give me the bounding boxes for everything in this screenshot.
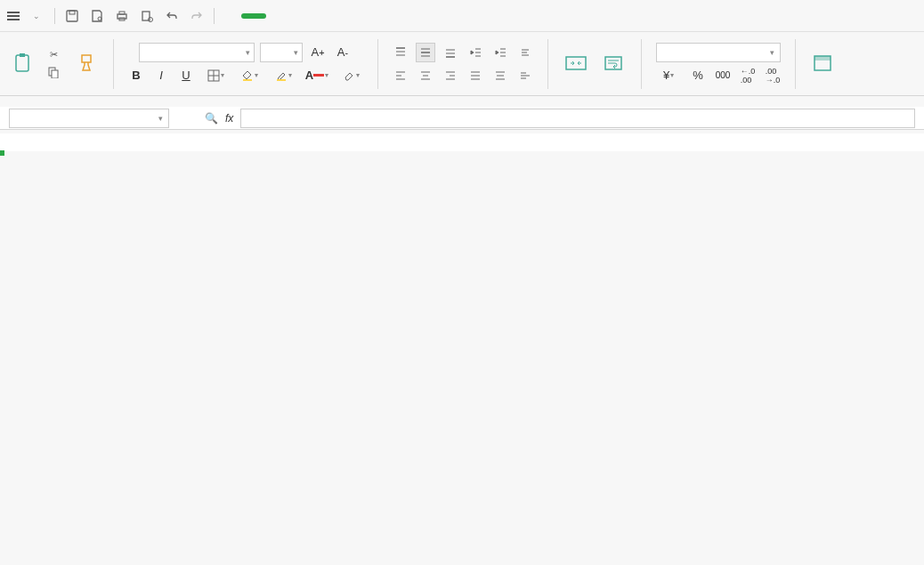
align-left-button[interactable] [391,66,410,85]
cut-button[interactable]: ✂ [47,48,63,61]
svg-rect-4 [119,12,125,14]
percent-button[interactable]: % [688,66,708,85]
align-right-icon [444,69,457,82]
font-name-select[interactable]: ▾ [139,43,255,62]
align-top-icon [394,46,407,59]
fill-icon [241,69,254,82]
svg-rect-12 [82,55,91,62]
svg-rect-9 [20,53,25,57]
currency-button[interactable]: ¥ [654,66,683,85]
svg-rect-16 [243,79,252,81]
merge-icon [564,53,588,73]
separator [377,39,378,89]
print-icon[interactable] [114,8,130,24]
text-align-icon [519,69,531,82]
brush-icon [76,52,97,74]
decrease-decimal-button[interactable]: .00→.0 [763,66,782,85]
save-as-icon[interactable] [89,8,105,24]
formula-input[interactable] [240,109,915,128]
tab-start[interactable] [241,13,266,19]
conditional-format-button[interactable] [808,52,837,77]
merge-center-button[interactable] [561,52,591,77]
svg-rect-51 [815,56,831,61]
name-box[interactable]: ▾ [9,109,169,128]
orientation-button[interactable] [515,43,535,62]
fill-color-button[interactable] [235,66,263,85]
undo-icon[interactable] [164,8,180,24]
align-bottom-button[interactable] [441,43,460,62]
increase-decimal-button[interactable]: ←.0.00 [738,66,758,85]
tab-special[interactable] [537,12,555,20]
clear-format-button[interactable] [336,66,365,85]
tab-dev[interactable] [505,12,523,20]
tab-security[interactable] [473,12,490,20]
separator [795,39,796,89]
fx-icon[interactable]: fx [225,112,233,125]
separator [641,39,642,89]
svg-rect-48 [566,57,586,69]
bold-button[interactable]: B [126,66,146,85]
spreadsheet-grid[interactable] [0,133,924,151]
menu-icon[interactable] [7,12,20,20]
increase-indent-button[interactable] [490,43,510,62]
number-format-select[interactable]: ▾ [656,43,781,62]
eraser-icon [343,69,355,82]
orientation-icon [519,46,531,59]
divider [54,8,55,24]
decrease-indent-button[interactable] [466,43,485,62]
svg-rect-11 [52,70,58,78]
comma-button[interactable]: 000 [713,66,733,85]
tab-data[interactable] [377,12,394,20]
increase-font-button[interactable]: A+ [308,43,328,62]
svg-rect-17 [277,79,286,81]
align-center-icon [419,69,432,82]
wrap-text-button[interactable] [598,52,628,77]
indent-icon [494,46,507,59]
separator [547,39,548,89]
tab-view[interactable] [441,12,458,20]
highlight-icon [275,69,288,82]
distribute-icon [494,69,507,82]
svg-point-7 [149,17,153,21]
tab-review[interactable] [409,12,426,20]
tab-insert[interactable] [280,12,298,20]
decrease-font-button[interactable]: A- [333,43,353,62]
redo-icon[interactable] [189,8,205,24]
underline-button[interactable]: U [176,66,196,85]
format-painter-button[interactable] [72,51,101,77]
align-center-button[interactable] [416,66,435,85]
align-middle-icon [419,46,432,59]
highlight-button[interactable] [269,66,297,85]
active-cell-marker [0,151,4,155]
print-preview-icon[interactable] [139,8,155,24]
currency-icon: ¥ [663,69,669,82]
copy-icon [47,66,60,78]
align-middle-button[interactable] [416,43,435,62]
outdent-icon [469,46,482,59]
border-icon [207,69,220,82]
align-top-button[interactable] [391,43,410,62]
border-button[interactable] [201,66,230,85]
svg-rect-8 [16,55,28,71]
lookup-icon[interactable]: 🔍 [205,112,218,125]
divider [214,8,215,24]
font-color-button[interactable]: A [303,66,331,85]
file-menu[interactable]: ⌄ [25,10,45,22]
copy-button[interactable] [45,65,65,79]
justify-button[interactable] [466,66,485,85]
wrap-icon [602,53,625,73]
paste-icon [11,52,34,75]
tab-layout[interactable] [312,12,330,20]
font-size-select[interactable]: ▾ [260,43,303,62]
paste-button[interactable] [7,50,37,78]
conditional-icon [812,53,833,73]
distribute-button[interactable] [490,66,510,85]
align-right-button[interactable] [441,66,460,85]
save-icon[interactable] [64,8,80,24]
justify-icon [469,69,482,82]
tab-formula[interactable] [344,12,362,20]
text-align-button[interactable] [515,66,535,85]
italic-button[interactable]: I [151,66,171,85]
align-bottom-icon [444,46,457,59]
align-left-icon [394,69,407,82]
